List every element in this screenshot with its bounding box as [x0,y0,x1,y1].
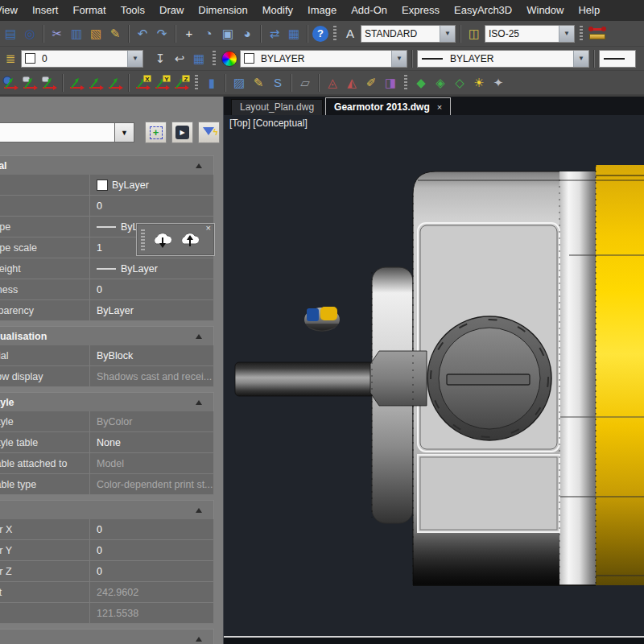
menu-item-dimension[interactable]: Dimension [191,0,254,21]
property-value[interactable]: ByLayer [90,300,213,320]
close-icon[interactable]: × [437,99,442,115]
layer-properties-icon[interactable]: ▦ [190,50,208,68]
property-value[interactable]: 0 [90,279,213,299]
block-save-icon[interactable]: ◨ [382,74,399,92]
publish-cloud-download-icon[interactable] [149,229,176,251]
zoom-previous-icon[interactable]: ◕ [238,25,256,43]
layers-icon[interactable]: ≣ [2,50,19,68]
text-style-combo[interactable]: STANDARD▼ [361,25,456,43]
property-value[interactable]: 0 [90,540,213,560]
ucs-world-icon[interactable] [2,74,19,92]
collapse-arrow-icon[interactable] [196,334,202,339]
section-header-3d-visualisation[interactable]: 3D Visualisation [0,326,214,345]
pan-icon[interactable]: + [180,25,198,43]
render-settings-icon[interactable]: ◈ [431,74,449,92]
ucs-face-icon[interactable] [40,74,58,92]
menu-item-image[interactable]: Image [300,0,344,21]
linetype-combo[interactable]: BYLAYER▼ [417,50,589,68]
redo-icon[interactable]: ↷ [153,25,171,43]
toolbar-grip[interactable] [213,51,216,67]
collapse-arrow-icon[interactable] [196,508,202,513]
light-icon[interactable]: ☀ [470,74,488,92]
layer-combo[interactable]: 0▼ [21,50,143,68]
floating-mini-toolbar[interactable]: × [136,223,215,256]
menu-item-modify[interactable]: Modify [255,0,300,21]
hatch-icon[interactable]: ▨ [230,74,248,92]
lineweight-combo[interactable] [599,50,636,68]
property-value[interactable]: 0 [90,519,213,539]
quick-select-button[interactable]: ϟ [198,122,220,143]
zoom-realtime-icon[interactable]: ◔ [200,25,217,43]
collapse-arrow-icon[interactable] [196,163,202,168]
printer-icon[interactable]: ▤ [2,25,19,43]
dim-style-combo[interactable]: ISO-25▼ [485,25,575,43]
toolbar-grip[interactable] [333,26,336,42]
publish-cloud-upload-icon[interactable] [176,229,204,251]
color-combo[interactable]: BYLAYER▼ [240,50,407,68]
menu-item-draw[interactable]: Draw [152,0,191,21]
edit-text-icon[interactable]: ✐ [362,74,380,92]
ucs-3point-icon[interactable] [106,74,124,92]
menu-item-add-on[interactable]: Add-On [344,0,394,21]
section-header-misc[interactable]: Misc [0,629,214,644]
property-value[interactable]: ByLayer [90,175,213,195]
edit-polyline-icon[interactable]: ✎ [250,74,267,92]
menu-item-insert[interactable]: Insert [25,0,66,21]
paste-icon[interactable]: ▧ [87,25,105,43]
plot-preview-icon[interactable]: ◎ [21,25,39,43]
document-tab-1[interactable]: Layout_Plan.dwg [231,99,323,115]
property-value[interactable]: ByColor [90,411,213,431]
property-value[interactable]: ByBlock [90,345,213,365]
menu-item-format[interactable]: Format [65,0,113,21]
selection-combo-arrow[interactable]: ▼ [115,122,134,142]
collapse-arrow-icon[interactable] [196,400,202,405]
ucs-origin-icon[interactable] [68,74,85,92]
help-icon[interactable]: ? [312,26,328,42]
section-header-plot-style[interactable]: Plot style [0,392,214,411]
chevron-down-icon[interactable]: ▼ [573,51,588,67]
chevron-down-icon[interactable]: ▼ [127,51,142,67]
pickadd-toggle-button[interactable]: + [145,122,167,143]
render-icon[interactable]: ◆ [412,74,430,92]
property-value[interactable]: 0 [90,561,213,581]
section-header-view[interactable]: View [0,500,214,519]
toolbar-grip[interactable] [580,26,583,42]
toolbar-grip[interactable] [404,75,407,91]
property-value[interactable]: 0 [90,196,213,216]
ucs-y-icon[interactable]: Y [153,74,171,92]
render-region-icon[interactable]: ◇ [451,74,469,92]
copy-icon[interactable]: ▥ [68,25,85,43]
select-objects-button[interactable]: ▶ [171,122,193,143]
property-value[interactable]: 242.9602 [90,582,213,602]
named-views-icon[interactable]: ▮ [203,74,221,92]
undo-icon[interactable]: ↶ [134,25,151,43]
edit-spline-icon[interactable]: S [269,74,287,92]
menu-item-view[interactable]: View [0,0,25,21]
chevron-down-icon[interactable]: ▼ [391,51,407,67]
color-wheel-icon[interactable] [221,50,238,68]
menu-item-tools[interactable]: Tools [114,0,152,21]
menu-item-window[interactable]: Window [519,0,571,21]
cut-icon[interactable]: ✂ [48,25,66,43]
format-painter-icon[interactable]: ✎ [106,25,124,43]
group-icon[interactable]: ▱ [296,74,314,92]
menu-item-easyarch3d[interactable]: EasyArch3D [447,0,519,21]
text-style-icon[interactable]: A [341,25,359,43]
toolbar-grip[interactable] [195,75,198,91]
property-value[interactable]: None [90,432,213,452]
property-value[interactable]: Model [90,453,213,473]
toolbar-grip[interactable] [141,229,145,250]
dimension-toolbar-icons[interactable] [588,24,607,43]
property-value[interactable]: Color-dependent print st... [90,474,213,494]
match-properties-icon[interactable]: ⇄ [266,25,283,43]
dim-style-icon[interactable]: ◫ [465,25,483,43]
layer-previous-icon[interactable]: ↩ [171,50,188,68]
quick-calc-icon[interactable]: ▦ [285,25,303,43]
collapse-arrow-icon[interactable] [196,637,202,642]
menu-item-express[interactable]: Express [394,0,447,21]
zoom-window-icon[interactable]: ▣ [219,25,237,43]
materials-icon[interactable]: ✦ [489,74,507,92]
property-value[interactable]: 121.5538 [90,603,213,623]
section-header-general[interactable]: General [0,155,214,175]
close-icon[interactable]: × [206,224,211,233]
